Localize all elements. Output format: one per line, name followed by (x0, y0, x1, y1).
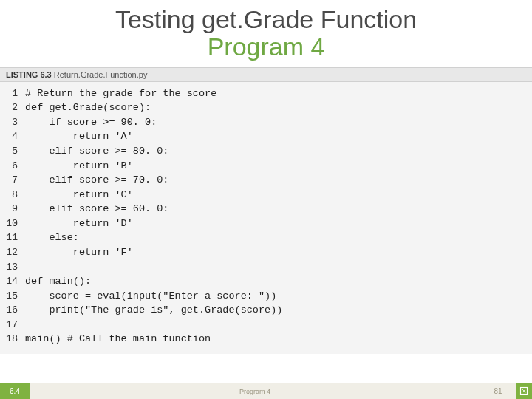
expand-icon[interactable] (516, 383, 532, 399)
listing-filename: Return.Grade.Function.py (54, 70, 148, 79)
line-number: 10 (6, 216, 25, 231)
code-line: 15 score = eval(input("Enter a score: ")… (6, 289, 526, 304)
line-number: 7 (6, 173, 25, 188)
title-line-2: Program 4 (0, 33, 532, 61)
code-text: score = eval(input("Enter a score: ")) (25, 289, 276, 304)
line-number: 4 (6, 129, 25, 144)
code-text: return 'B' (25, 159, 133, 174)
code-line: 2def get.Grade(score): (6, 100, 526, 115)
code-line: 13 (6, 260, 526, 275)
line-number: 17 (6, 318, 25, 332)
title-line-1: Testing get.Grade Function (0, 6, 532, 33)
footer-section-number: 6.4 (0, 383, 30, 399)
line-number: 11 (6, 231, 25, 245)
slide-title: Testing get.Grade Function Program 4 (0, 0, 532, 67)
line-number: 2 (6, 100, 25, 115)
code-line: 17 (6, 318, 526, 332)
code-text: def get.Grade(score): (25, 100, 151, 115)
listing-prefix: LISTING 6.3 (6, 70, 52, 79)
code-text: return 'F' (25, 245, 133, 260)
code-line: 8 return 'C' (6, 188, 526, 202)
footer-page-number: 81 (480, 383, 516, 399)
code-line: 11 else: (6, 231, 526, 245)
code-line: 6 return 'B' (6, 159, 526, 174)
code-text: return 'C' (25, 188, 133, 202)
code-text: else: (25, 231, 79, 245)
line-number: 3 (6, 115, 25, 130)
line-number: 6 (6, 159, 25, 174)
code-line: 10 return 'D' (6, 216, 526, 231)
code-line: 5 elif score >= 80. 0: (6, 144, 526, 159)
code-text: main() # Call the main function (25, 332, 211, 347)
line-number: 15 (6, 289, 25, 304)
code-text: elif score >= 60. 0: (25, 202, 168, 216)
line-number: 13 (6, 260, 25, 275)
code-listing: 1# Return the grade for the score2def ge… (0, 82, 532, 354)
code-line: 1# Return the grade for the score (6, 86, 526, 101)
line-number: 12 (6, 245, 25, 260)
line-number: 5 (6, 144, 25, 159)
code-line: 18main() # Call the main function (6, 332, 526, 347)
code-line: 9 elif score >= 60. 0: (6, 202, 526, 216)
code-line: 7 elif score >= 70. 0: (6, 173, 526, 188)
code-text: # Return the grade for the score (25, 86, 216, 101)
line-number: 8 (6, 188, 25, 202)
code-text: print("The grade is", get.Grade(score)) (25, 303, 282, 318)
code-text: def main(): (25, 274, 91, 289)
listing-caption: LISTING 6.3 Return.Grade.Function.py (0, 67, 532, 82)
code-text: elif score >= 70. 0: (25, 173, 168, 188)
line-number: 16 (6, 303, 25, 318)
footer-center-label: Program 4 (30, 383, 480, 399)
code-line: 14def main(): (6, 274, 526, 289)
line-number: 1 (6, 86, 25, 101)
line-number: 18 (6, 332, 25, 347)
code-line: 12 return 'F' (6, 245, 526, 260)
code-text: elif score >= 80. 0: (25, 144, 168, 159)
code-text: return 'D' (25, 216, 133, 231)
code-line: 3 if score >= 90. 0: (6, 115, 526, 130)
code-text: if score >= 90. 0: (25, 115, 157, 130)
slide-footer: 6.4 Program 4 81 (0, 383, 532, 399)
code-line: 16 print("The grade is", get.Grade(score… (6, 303, 526, 318)
code-line: 4 return 'A' (6, 129, 526, 144)
line-number: 9 (6, 202, 25, 216)
line-number: 14 (6, 274, 25, 289)
code-text: return 'A' (25, 129, 133, 144)
